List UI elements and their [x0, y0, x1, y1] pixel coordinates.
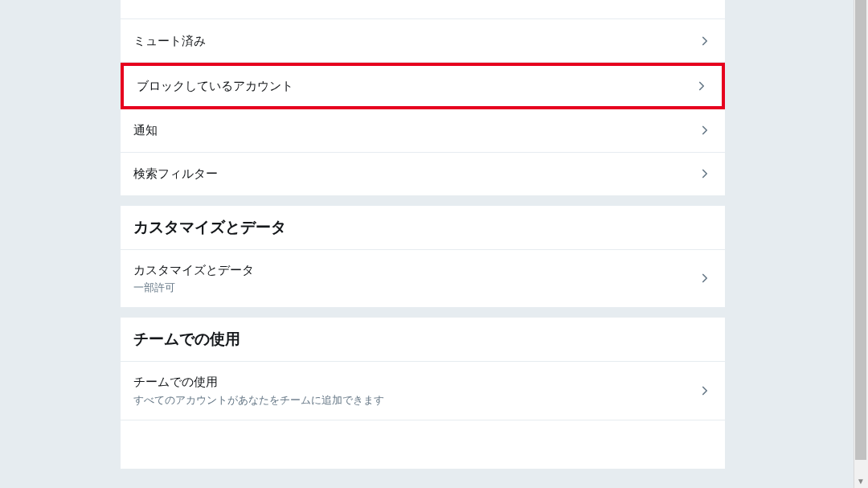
chevron-right-icon	[698, 383, 712, 398]
settings-item-team-usage[interactable]: チームでの使用 すべてのアカウントがあなたをチームに追加できます	[121, 362, 725, 420]
list-item-content: カスタマイズとデータ 一部許可	[133, 262, 254, 296]
vertical-scrollbar[interactable]: ▼	[854, 0, 868, 488]
settings-item-label: ブロックしているアカウント	[137, 78, 293, 94]
section-header-customize-data: カスタマイズとデータ	[121, 206, 725, 250]
partial-row-top	[121, 0, 725, 19]
settings-item-blocked-accounts[interactable]: ブロックしているアカウント	[121, 63, 725, 109]
panel-filler	[121, 420, 725, 469]
scrollbar-thumb[interactable]	[855, 0, 866, 460]
section-divider	[121, 196, 725, 206]
settings-item-label: 通知	[133, 122, 158, 138]
chevron-right-icon	[698, 123, 712, 137]
chevron-right-icon	[694, 79, 709, 93]
settings-item-subtitle: すべてのアカウントがあなたをチームに追加できます	[133, 393, 384, 408]
settings-item-label: 検索フィルター	[133, 166, 218, 182]
settings-panel: ミュート済み ブロックしているアカウント 通知 検索フィルター カスタマイズとデ…	[121, 0, 725, 469]
scrollbar-down-arrow-icon[interactable]: ▼	[854, 474, 868, 488]
settings-item-search-filters[interactable]: 検索フィルター	[121, 153, 725, 196]
settings-item-notifications[interactable]: 通知	[121, 109, 725, 153]
section-header-team-usage: チームでの使用	[121, 318, 725, 362]
settings-item-label: カスタマイズとデータ	[133, 262, 254, 278]
list-item-content: チームでの使用 すべてのアカウントがあなたをチームに追加できます	[133, 374, 384, 408]
settings-item-label: チームでの使用	[133, 374, 384, 390]
chevron-right-icon	[698, 271, 712, 285]
chevron-right-icon	[698, 166, 712, 181]
chevron-right-icon	[698, 34, 712, 48]
settings-item-label: ミュート済み	[133, 33, 206, 49]
settings-item-subtitle: 一部許可	[133, 281, 254, 295]
section-divider	[121, 308, 725, 318]
settings-item-customize-data[interactable]: カスタマイズとデータ 一部許可	[121, 250, 725, 309]
settings-item-muted[interactable]: ミュート済み	[121, 19, 725, 63]
